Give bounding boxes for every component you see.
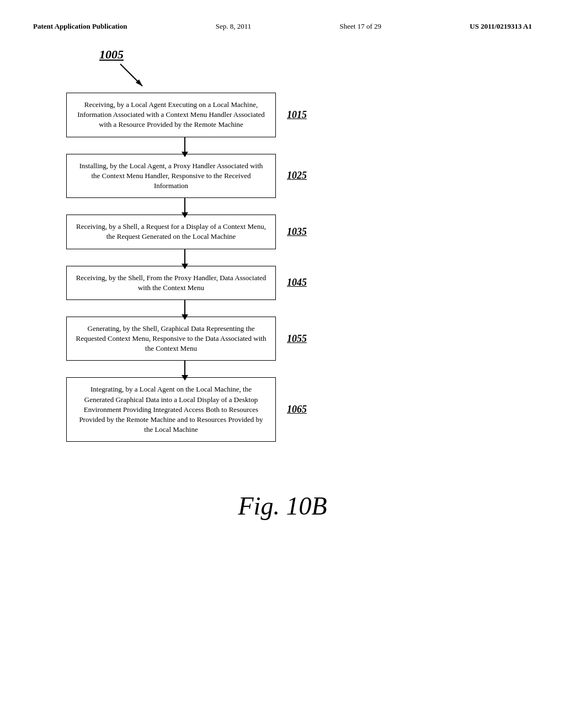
step-row-1055: Generating, by the Shell, Graphical Data… (66, 317, 331, 361)
flow-box-1035: Receiving, by a Shell, a Request for a D… (66, 215, 276, 249)
flow-box-1025-text: Installing, by the Local Agent, a Proxy … (79, 162, 263, 190)
arrowhead-3 (182, 264, 188, 269)
step-num-1045: 1045 (287, 277, 307, 288)
flow-box-1015: Receiving, by a Local Agent Executing on… (66, 93, 276, 137)
page-header: Patent Application Publication Sep. 8, 2… (33, 22, 532, 31)
arrow-1035-1045 (184, 249, 185, 265)
flow-box-1045-text: Receiving, by the Shell, From the Proxy … (76, 274, 266, 292)
flow-box-1045: Receiving, by the Shell, From the Proxy … (66, 266, 276, 300)
step-num-1055: 1055 (287, 333, 307, 345)
page: Patent Application Publication Sep. 8, 2… (0, 0, 565, 728)
header-date: Sep. 8, 2011 (216, 22, 252, 31)
arrow-1055-1065 (184, 361, 185, 376)
step-row-1035: Receiving, by a Shell, a Request for a D… (66, 215, 331, 249)
flow-box-1055: Generating, by the Shell, Graphical Data… (66, 317, 276, 361)
diagonal-arrow-container (116, 63, 146, 92)
flow-box-1015-text: Receiving, by a Local Agent Executing on… (77, 100, 265, 129)
header-patent: US 2011/0219313 A1 (470, 22, 532, 31)
flow-box-1025: Installing, by the Local Agent, a Proxy … (66, 154, 276, 199)
diagonal-arrow-icon (116, 63, 146, 89)
flow-box-1035-text: Receiving, by a Shell, a Request for a D… (76, 222, 266, 240)
diagram-container: 1005 Receiving, by a Local Agent Executi… (88, 47, 532, 442)
step-num-1065: 1065 (287, 404, 307, 415)
header-publication-label: Patent Application Publication (33, 22, 127, 31)
arrow-1025-1035 (184, 198, 185, 213)
flow-box-1065: Integrating, by a Local Agent on the Loc… (66, 377, 276, 442)
flow-box-1055-text: Generating, by the Shell, Graphical Data… (76, 324, 266, 352)
flowchart: 1005 Receiving, by a Local Agent Executi… (88, 47, 309, 442)
step-row-1015: Receiving, by a Local Agent Executing on… (66, 93, 331, 137)
header-sheet: Sheet 17 of 29 (340, 22, 381, 31)
arrowhead-2 (182, 212, 188, 218)
arrow-1015-1025 (184, 137, 185, 153)
figure-caption: Fig. 10B (33, 491, 532, 521)
start-label: 1005 (99, 47, 124, 62)
arrowhead-5 (182, 375, 188, 381)
step-row-1065: Integrating, by a Local Agent on the Loc… (66, 377, 331, 442)
step-num-1025: 1025 (287, 170, 307, 181)
step-row-1045: Receiving, by the Shell, From the Proxy … (66, 266, 331, 300)
arrowhead-1 (182, 152, 188, 157)
arrow-1045-1055 (184, 300, 185, 315)
step-row-1025: Installing, by the Local Agent, a Proxy … (66, 154, 331, 199)
arrowhead-4 (182, 314, 188, 320)
step-num-1035: 1035 (287, 226, 307, 238)
step-num-1015: 1015 (287, 109, 307, 121)
flow-box-1065-text: Integrating, by a Local Agent on the Loc… (79, 385, 263, 433)
